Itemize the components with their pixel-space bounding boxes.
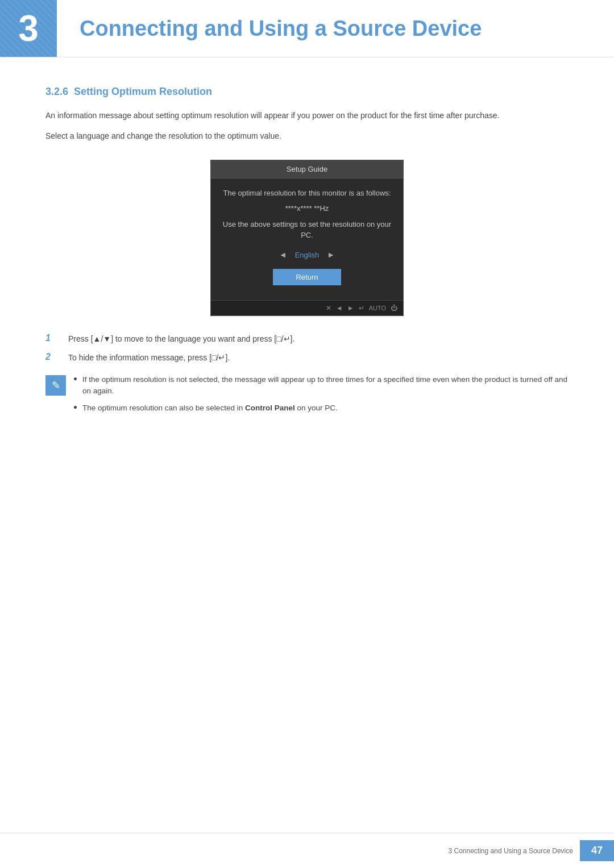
control-panel-bold: Control Panel xyxy=(245,404,295,412)
step-2-number: 2 xyxy=(45,352,59,362)
status-enter-icon: ↵ xyxy=(359,304,364,312)
status-power-icon: ⏻ xyxy=(391,304,397,312)
section-number: 3.2.6 xyxy=(45,86,68,97)
section-heading: 3.2.6 Setting Optimum Resolution xyxy=(45,86,569,98)
dialog-container: Setup Guide The optimal resolution for t… xyxy=(45,160,569,316)
chapter-title-area: Connecting and Using a Source Device xyxy=(57,0,614,57)
lang-text: English xyxy=(295,250,320,261)
status-x-icon: ✕ xyxy=(326,304,331,312)
bullet-dot-2 xyxy=(74,406,77,409)
footer-section-label: 3 Connecting and Using a Source Device xyxy=(449,847,573,855)
intro-paragraph-1: An information message about setting opt… xyxy=(45,109,569,122)
note-bullet-1: If the optimum resolution is not selecte… xyxy=(74,374,569,397)
dialog-statusbar: ✕ ◄ ► ↵ AUTO ⏻ xyxy=(211,300,403,315)
dialog-body: The optimal resolution for this monitor … xyxy=(211,178,403,300)
step-2-text: To hide the information message, press [… xyxy=(68,352,230,364)
pencil-icon: ✎ xyxy=(52,379,60,392)
lang-selector[interactable]: ◄ English ► xyxy=(222,249,392,261)
status-left-icon: ◄ xyxy=(336,304,343,312)
step-2: 2 To hide the information message, press… xyxy=(45,352,569,364)
chapter-number-box: 3 xyxy=(0,0,57,57)
bullet-dot-1 xyxy=(74,377,77,380)
step-1-text: Press [▲/▼] to move to the language you … xyxy=(68,333,294,345)
step-1: 1 Press [▲/▼] to move to the language yo… xyxy=(45,333,569,345)
return-button[interactable]: Return xyxy=(273,269,341,285)
note-text-1: If the optimum resolution is not selecte… xyxy=(82,374,569,397)
lang-arrow-left[interactable]: ◄ xyxy=(279,249,287,261)
section-title: Setting Optimum Resolution xyxy=(74,86,212,97)
step-1-number: 1 xyxy=(45,333,59,343)
dialog-titlebar: Setup Guide xyxy=(211,160,403,178)
note-text-2: The optimum resolution can also be selec… xyxy=(82,402,338,414)
note-icon-box: ✎ xyxy=(45,375,66,396)
chapter-number: 3 xyxy=(18,7,39,49)
note-bullet-2: The optimum resolution can also be selec… xyxy=(74,402,569,414)
chapter-title: Connecting and Using a Source Device xyxy=(80,16,482,41)
dialog-line1: The optimal resolution for this monitor … xyxy=(222,188,392,199)
page-footer: 3 Connecting and Using a Source Device 4… xyxy=(0,833,614,868)
footer-page-number: 47 xyxy=(580,840,614,861)
intro-paragraph-2: Select a language and change the resolut… xyxy=(45,130,569,142)
note-bullets: If the optimum resolution is not selecte… xyxy=(74,374,569,420)
steps-area: 1 Press [▲/▼] to move to the language yo… xyxy=(45,333,569,364)
lang-arrow-right[interactable]: ► xyxy=(327,249,335,261)
dialog-resolution: ****x**** **Hz xyxy=(222,203,392,214)
page-header: 3 Connecting and Using a Source Device xyxy=(0,0,614,57)
status-auto-label: AUTO xyxy=(369,305,386,312)
dialog-line3: Use the above settings to set the resolu… xyxy=(222,219,392,241)
note-area: ✎ If the optimum resolution is not selec… xyxy=(45,374,569,420)
content-area: 3.2.6 Setting Optimum Resolution An info… xyxy=(0,57,614,477)
status-right-icon: ► xyxy=(347,304,354,312)
setup-dialog: Setup Guide The optimal resolution for t… xyxy=(210,160,404,316)
